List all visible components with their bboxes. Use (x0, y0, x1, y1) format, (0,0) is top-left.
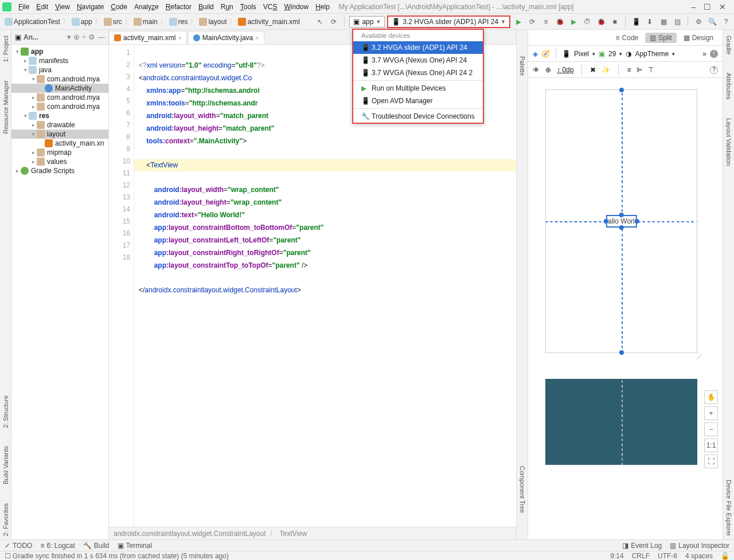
pan-button[interactable]: ✋ (704, 390, 718, 404)
menu-vcs[interactable]: VCS (260, 2, 281, 12)
menu-file[interactable]: File (15, 2, 33, 12)
troubleshoot-connections[interactable]: 🔧Troubleshoot Device Connections (353, 110, 483, 123)
view-options-icon[interactable]: 👁 (533, 66, 540, 74)
logcat-tab[interactable]: ≡6: Logcat (40, 542, 75, 550)
event-log-tab[interactable]: ◨Event Log (622, 542, 662, 550)
line-separator[interactable]: CRLF (632, 552, 650, 560)
apply-changes-icon[interactable]: ⟳ (526, 16, 538, 28)
run-multiple-devices[interactable]: ▶Run on Multiple Devices (353, 82, 483, 95)
menu-run[interactable]: Run (217, 2, 237, 12)
profiler-icon[interactable]: ⏱ (581, 16, 593, 28)
zoom-fit-button[interactable]: 1:1 (704, 438, 718, 452)
tree-node[interactable]: ▾java (11, 65, 108, 75)
terminal-tab[interactable]: ▣Terminal (118, 542, 152, 550)
tree-node[interactable]: ▸mipmap (11, 148, 108, 157)
tree-node[interactable]: ▸com.android.mya (11, 102, 108, 111)
tree-node[interactable]: activity_main.xn (11, 139, 108, 148)
split-view-button[interactable]: ▥Split (645, 33, 676, 43)
menu-tools[interactable]: Tools (237, 2, 260, 12)
tree-node[interactable]: ▸Gradle Scripts (11, 166, 108, 175)
guideline-icon[interactable]: ⊤ (648, 66, 654, 74)
tree-node[interactable]: ▸drawable (11, 120, 108, 130)
textview-preview[interactable]: allo Worl (606, 215, 637, 228)
minimize-button[interactable]: – (691, 2, 696, 11)
tree-node[interactable]: ▸manifests (11, 56, 108, 65)
device-selector-preview[interactable]: Pixel (574, 50, 589, 58)
avd-manager-icon[interactable]: 📱 (630, 16, 642, 28)
attach-debugger-icon[interactable]: 🐞 (595, 16, 607, 28)
line-gutter[interactable]: 123456789101112131415161718 (109, 45, 134, 527)
menu-navigate[interactable]: Navigate (73, 2, 107, 12)
device-option[interactable]: 📱3.2 HVGA slider (ADP1) API 24 (353, 41, 483, 54)
warnings-icon[interactable]: ! (710, 50, 718, 58)
close-button[interactable]: ✕ (719, 2, 726, 11)
orientation-icon[interactable]: 🧭 (541, 50, 550, 58)
tree-node[interactable]: ▾com.android.mya (11, 75, 108, 84)
tree-node[interactable]: ▾layout (11, 130, 108, 139)
coverage-icon[interactable]: ▶ (568, 16, 579, 28)
code-view-button[interactable]: ≡Code (611, 33, 643, 43)
tree-node[interactable]: MainActivity (11, 84, 108, 93)
open-avd-manager[interactable]: 📱Open AVD Manager (353, 95, 483, 107)
file-encoding[interactable]: UTF-8 (658, 552, 677, 560)
magnet-icon[interactable]: ⊕ (545, 66, 551, 74)
design-surface[interactable]: allo Worl ⟋ ✋ + − 1:1 ⛶ (528, 78, 723, 539)
sdk-manager-icon[interactable]: ⬇ (644, 16, 655, 28)
hide-icon[interactable]: — (97, 33, 105, 41)
chevron-down-icon[interactable]: ▾ (67, 33, 71, 41)
sync-icon[interactable]: ⟳ (328, 16, 339, 28)
api-selector[interactable]: 29 (608, 50, 616, 58)
tree-node[interactable]: ▾res (11, 111, 108, 120)
apply-code-icon[interactable]: ≡ (540, 16, 552, 28)
device-option[interactable]: 📱3.7 WVGA (Nexus One) API 24 2 (353, 66, 483, 79)
menu-help[interactable]: Help (312, 2, 333, 12)
menu-window[interactable]: Window (280, 2, 312, 12)
file-tab-main-activity[interactable]: MainActivity.java× (188, 31, 264, 44)
settings-icon[interactable]: ⚙ (693, 16, 704, 28)
build-tab[interactable]: 🔨Build (83, 542, 110, 550)
tree-node[interactable]: ▾app (11, 47, 108, 56)
breadcrumb[interactable]: ApplicationTest〉 app〉 src〉 main〉 res〉 la… (2, 15, 302, 28)
align-icon[interactable]: ⊫ (637, 66, 642, 74)
debug-icon[interactable]: 🐞 (554, 16, 565, 28)
layout-preview[interactable]: allo Worl (545, 89, 697, 353)
close-icon[interactable]: × (255, 34, 259, 41)
help-icon[interactable]: ? (710, 66, 718, 74)
default-margin[interactable]: ↕ 0dp (557, 66, 573, 74)
palette-tab[interactable]: Palette (518, 53, 527, 79)
layout-inspector-tab[interactable]: ▥Layout Inspector (670, 542, 729, 550)
menu-view[interactable]: View (52, 2, 73, 12)
device-option[interactable]: 📱3.7 WVGA (Nexus One) API 24 (353, 54, 483, 66)
pack-icon[interactable]: ≡ (627, 66, 631, 74)
clear-constraints-icon[interactable]: ✖ (590, 66, 596, 74)
readonly-icon[interactable]: 🔓 (721, 552, 729, 560)
tool-device-file-explorer[interactable]: Device File Explorer (724, 476, 733, 539)
help-icon[interactable]: ? (720, 16, 732, 28)
run-icon[interactable]: ▶ (513, 16, 524, 28)
tree-node[interactable]: ▸com.android.mya (11, 93, 108, 102)
menu-refactor[interactable]: Refactor (162, 2, 195, 12)
file-tab-activity-main[interactable]: activity_main.xml× (109, 31, 187, 44)
component-tree-tab[interactable]: Component Tree (518, 463, 527, 516)
nav-back-icon[interactable]: ↖ (314, 16, 326, 28)
layout-inspector-icon[interactable]: ▤ (671, 16, 683, 28)
menu-code[interactable]: Code (107, 2, 131, 12)
zoom-out-button[interactable]: − (704, 422, 718, 436)
design-surface-icon[interactable]: ◈ (533, 50, 538, 58)
menu-edit[interactable]: Edit (33, 2, 52, 12)
tool-resource-manager[interactable]: Resource Manager (1, 77, 10, 138)
zoom-in-button[interactable]: + (704, 406, 718, 420)
caret-position[interactable]: 9:14 (610, 552, 623, 560)
tool-attributes[interactable]: Attributes (724, 69, 733, 103)
module-selector[interactable]: ▣ app ▼ (349, 16, 385, 28)
tree-node[interactable]: ▸values (11, 157, 108, 166)
locale-icon[interactable]: » (702, 50, 706, 58)
maximize-button[interactable]: ☐ (704, 2, 711, 11)
project-view-selector[interactable]: An... (24, 33, 65, 41)
close-icon[interactable]: × (178, 34, 181, 41)
blueprint-preview[interactable] (545, 379, 697, 465)
stop-icon[interactable]: ■ (609, 16, 620, 28)
target-icon[interactable]: ⊕ (73, 33, 80, 41)
resource-manager-icon[interactable]: ▦ (658, 16, 669, 28)
tool-build-variants[interactable]: Build Variants (1, 442, 10, 488)
